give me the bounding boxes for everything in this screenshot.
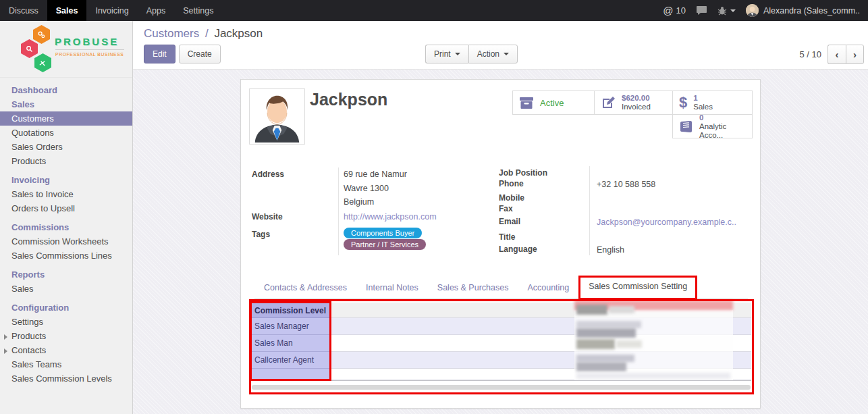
tags-label: Tags [252, 230, 270, 239]
commission-level-cell-empty[interactable] [252, 369, 331, 380]
pager: 5 / 10 ‹ › [799, 45, 864, 64]
tab-sales-purchases[interactable]: Sales & Purchases [428, 278, 518, 298]
sidebar-item-products[interactable]: Products [0, 154, 132, 168]
tag-partner-it-services[interactable]: Partner / IT Services [344, 239, 426, 250]
notebook-tabs: Contacts & Addresses Internal Notes Sale… [254, 278, 748, 299]
mentions-counter[interactable]: @ 10 [663, 5, 686, 16]
chevron-down-icon [730, 9, 736, 12]
sidebar-item-sales-commission-levels[interactable]: Sales Commission Levels [0, 371, 132, 386]
sidebar-item-sales-to-invoice[interactable]: Sales to Invoice [0, 187, 132, 201]
address-line-1: 69 rue de Namur [344, 170, 407, 179]
sidebar-item-orders-to-upsell[interactable]: Orders to Upsell [0, 201, 132, 215]
customer-avatar[interactable] [249, 88, 305, 145]
sidebar-section-sales[interactable]: Sales [0, 97, 132, 111]
website-link[interactable]: http://www.jackpson.com [344, 212, 437, 222]
action-button[interactable]: Action [468, 45, 518, 63]
magnifier-logo-icon [21, 39, 38, 58]
sidebar-item-settings[interactable]: Settings [0, 315, 132, 329]
sidebar-section-commissions[interactable]: Commissions [0, 220, 132, 234]
commission-level-column-header[interactable]: Commission Level [252, 303, 331, 318]
address-line-3: Belgium [344, 197, 374, 207]
sidebar-item-commission-worksheets[interactable]: Commission Worksheets [0, 234, 132, 249]
expand-arrow-icon[interactable] [4, 334, 7, 340]
redacted-content [576, 362, 626, 371]
tab-sales-commission-setting[interactable]: Sales Commission Setting [578, 276, 697, 300]
messages-icon[interactable] [696, 5, 707, 16]
expand-arrow-icon[interactable] [4, 348, 7, 354]
redacted-content [616, 340, 642, 348]
sidebar-item-dashboard[interactable]: Dashboard [0, 83, 132, 97]
create-button[interactable]: Create [179, 45, 221, 63]
email-link[interactable]: Jackpson@yourcompany.example.c.. [597, 217, 736, 227]
mention-count: 10 [676, 5, 685, 16]
sidebar-item-config-products[interactable]: Products [0, 329, 132, 343]
menu-item-settings[interactable]: Settings [174, 0, 222, 21]
tag-components-buyer[interactable]: Components Buyer [344, 228, 422, 238]
redacted-content [576, 321, 641, 328]
sidebar-item-customers[interactable]: Customers [0, 111, 132, 126]
content-area: Jackpson Active $620.00 Invoiced $ [133, 70, 868, 414]
pager-next-button[interactable]: › [846, 45, 864, 64]
user-menu[interactable]: Alexandra (Sales_comm.. [746, 4, 860, 17]
pager-previous-button[interactable]: ‹ [828, 45, 846, 64]
customer-name: Jackpson [310, 90, 387, 109]
commission-level-cell-sales-manager[interactable]: Sales Manager [252, 318, 331, 335]
brand-tagline: PROFESSIONAL BUSINESS [55, 49, 124, 57]
sidebar-item-sales-commissions-lines[interactable]: Sales Commissions Lines [0, 249, 132, 263]
title-label: Title [499, 232, 515, 242]
print-button[interactable]: Print [425, 45, 468, 63]
user-name: Alexandra (Sales_comm.. [763, 6, 860, 16]
stat-analytic-value: 0 [699, 113, 746, 122]
tab-contacts-addresses[interactable]: Contacts & Addresses [254, 278, 356, 298]
main-area: Customers / Jackpson Edit Create Print A… [133, 21, 868, 414]
email-label: Email [499, 217, 520, 226]
sidebar-item-quotations[interactable]: Quotations [0, 126, 132, 140]
sidebar-item-sales-orders[interactable]: Sales Orders [0, 140, 132, 154]
edit-button[interactable]: Edit [144, 45, 175, 63]
tools-logo-icon [34, 53, 51, 72]
phone-label: Phone [499, 179, 524, 188]
stat-button-sales[interactable]: $ 1 Sales [672, 90, 753, 115]
redacted-content [576, 328, 636, 338]
edit-icon [601, 96, 616, 109]
menu-item-apps[interactable]: Apps [138, 0, 175, 21]
commission-level-cell-sales-man[interactable]: Sales Man [252, 335, 331, 352]
fax-label: Fax [499, 204, 513, 213]
debug-bug-icon[interactable] [717, 6, 736, 16]
language-value: English [597, 245, 624, 255]
language-label: Language [499, 244, 537, 254]
menu-item-invoicing[interactable]: Invoicing [86, 0, 137, 21]
horizontal-scrollbar[interactable] [252, 385, 751, 390]
breadcrumb-link-customers[interactable]: Customers [144, 27, 199, 40]
archive-icon [519, 97, 534, 109]
sidebar-item-sales-teams[interactable]: Sales Teams [0, 357, 132, 371]
address-line-2: Wavre 1300 [344, 184, 389, 193]
sidebar-section-invoicing[interactable]: Invoicing [0, 173, 132, 187]
user-avatar [746, 4, 759, 17]
sidebar-item-config-contacts[interactable]: Contacts [0, 343, 132, 357]
table-bottom-border [252, 380, 751, 381]
sidebar-section-configuration[interactable]: Configuration [0, 301, 132, 315]
customer-form-card: Jackpson Active $620.00 Invoiced $ [240, 79, 761, 409]
sidebar-item-reports-sales[interactable]: Sales [0, 282, 132, 296]
app-logo[interactable]: PROBUSE PROFESSIONAL BUSINESS [0, 21, 132, 78]
redacted-content [576, 305, 607, 315]
dollar-icon: $ [679, 95, 687, 110]
brand-name: PROBUSE [55, 36, 119, 47]
stat-button-analytic-accounts[interactable]: 0 Analytic Acco... [672, 114, 753, 138]
sidebar-section-reports[interactable]: Reports [0, 267, 132, 282]
pager-value: 5 / 10 [799, 49, 821, 59]
stat-button-invoiced[interactable]: $620.00 Invoiced [594, 90, 673, 115]
tab-internal-notes[interactable]: Internal Notes [356, 278, 428, 298]
redacted-content [576, 373, 730, 379]
book-icon [679, 120, 693, 133]
sidebar-item-label: Products [11, 331, 46, 341]
tab-accounting[interactable]: Accounting [518, 278, 578, 298]
commission-level-cell-callcenter-agent[interactable]: Callcenter Agent [252, 352, 331, 369]
menu-item-sales[interactable]: Sales [47, 0, 87, 21]
stat-button-active[interactable]: Active [512, 90, 595, 115]
chevron-down-icon [504, 53, 509, 55]
field-separator [338, 167, 339, 255]
menu-item-discuss[interactable]: Discuss [0, 0, 47, 21]
phone-value: +32 10 588 558 [597, 180, 655, 189]
